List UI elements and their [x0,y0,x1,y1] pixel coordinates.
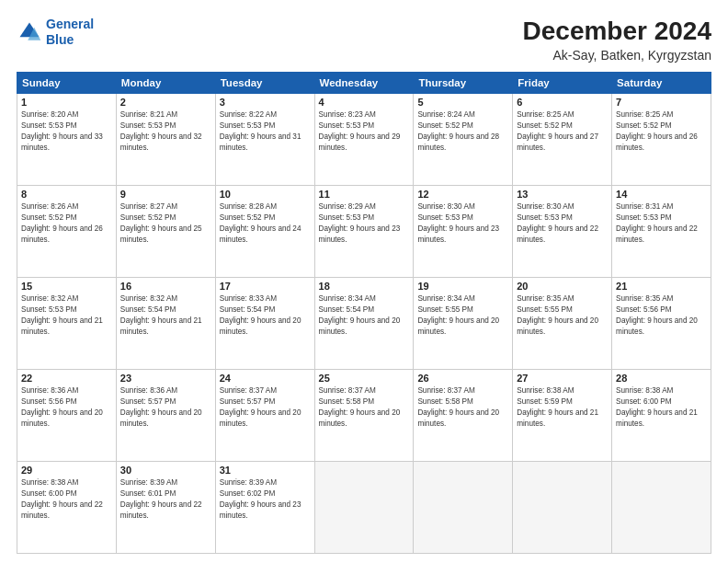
table-row: 20 Sunrise: 8:35 AM Sunset: 5:55 PM Dayl… [513,278,612,370]
day-number: 22 [21,373,112,384]
header-friday: Friday [513,73,612,94]
day-info: Sunrise: 8:35 AM Sunset: 5:55 PM Dayligh… [517,293,608,338]
table-row: 21 Sunrise: 8:35 AM Sunset: 5:56 PM Dayl… [612,278,711,370]
day-number: 16 [120,281,211,292]
table-row: 30 Sunrise: 8:39 AM Sunset: 6:01 PM Dayl… [116,462,215,554]
day-number: 23 [120,373,211,384]
table-row: 12 Sunrise: 8:30 AM Sunset: 5:53 PM Dayl… [414,186,513,278]
day-info: Sunrise: 8:38 AM Sunset: 5:59 PM Dayligh… [517,385,608,430]
day-info: Sunrise: 8:24 AM Sunset: 5:52 PM Dayligh… [417,109,508,154]
table-row: 19 Sunrise: 8:34 AM Sunset: 5:55 PM Dayl… [414,278,513,370]
day-number: 11 [319,189,410,200]
table-row: 22 Sunrise: 8:36 AM Sunset: 5:56 PM Dayl… [17,370,117,462]
header-monday: Monday [116,73,215,94]
day-info: Sunrise: 8:22 AM Sunset: 5:53 PM Dayligh… [220,109,311,154]
day-info: Sunrise: 8:34 AM Sunset: 5:54 PM Dayligh… [319,293,410,338]
table-row [314,462,414,554]
day-info: Sunrise: 8:26 AM Sunset: 5:52 PM Dayligh… [21,201,112,246]
logo-text: General Blue [46,17,94,48]
day-number: 6 [517,97,608,108]
header-tuesday: Tuesday [215,73,314,94]
table-row [612,462,711,554]
day-number: 20 [517,281,608,292]
day-info: Sunrise: 8:25 AM Sunset: 5:52 PM Dayligh… [517,109,608,154]
logo: General Blue [17,17,94,48]
day-info: Sunrise: 8:20 AM Sunset: 5:53 PM Dayligh… [21,109,112,154]
calendar-week-row: 22 Sunrise: 8:36 AM Sunset: 5:56 PM Dayl… [17,370,711,462]
calendar-table: Sunday Monday Tuesday Wednesday Thursday… [17,72,711,554]
day-number: 5 [417,97,508,108]
title-block: December 2024 Ak-Say, Batken, Kyrgyzstan [523,17,711,63]
day-number: 29 [21,465,112,476]
day-number: 28 [616,373,707,384]
header-sunday: Sunday [17,73,117,94]
day-number: 24 [220,373,311,384]
day-info: Sunrise: 8:39 AM Sunset: 6:01 PM Dayligh… [120,477,211,522]
day-number: 2 [120,97,211,108]
day-number: 21 [616,281,707,292]
day-number: 12 [417,189,508,200]
day-number: 14 [616,189,707,200]
table-row [414,462,513,554]
table-row: 6 Sunrise: 8:25 AM Sunset: 5:52 PM Dayli… [513,94,612,186]
day-info: Sunrise: 8:38 AM Sunset: 6:00 PM Dayligh… [616,385,707,430]
day-info: Sunrise: 8:33 AM Sunset: 5:54 PM Dayligh… [220,293,311,338]
calendar-week-row: 8 Sunrise: 8:26 AM Sunset: 5:52 PM Dayli… [17,186,711,278]
day-info: Sunrise: 8:36 AM Sunset: 5:56 PM Dayligh… [21,385,112,430]
day-number: 18 [319,281,410,292]
table-row: 29 Sunrise: 8:38 AM Sunset: 6:00 PM Dayl… [17,462,117,554]
month-title: December 2024 [523,17,711,46]
day-number: 26 [417,373,508,384]
table-row: 27 Sunrise: 8:38 AM Sunset: 5:59 PM Dayl… [513,370,612,462]
table-row: 23 Sunrise: 8:36 AM Sunset: 5:57 PM Dayl… [116,370,215,462]
table-row: 7 Sunrise: 8:25 AM Sunset: 5:52 PM Dayli… [612,94,711,186]
day-info: Sunrise: 8:29 AM Sunset: 5:53 PM Dayligh… [319,201,410,246]
location-title: Ak-Say, Batken, Kyrgyzstan [523,48,711,63]
header-thursday: Thursday [414,73,513,94]
calendar-week-row: 1 Sunrise: 8:20 AM Sunset: 5:53 PM Dayli… [17,94,711,186]
table-row: 9 Sunrise: 8:27 AM Sunset: 5:52 PM Dayli… [116,186,215,278]
table-row: 17 Sunrise: 8:33 AM Sunset: 5:54 PM Dayl… [215,278,314,370]
day-info: Sunrise: 8:30 AM Sunset: 5:53 PM Dayligh… [417,201,508,246]
day-info: Sunrise: 8:30 AM Sunset: 5:53 PM Dayligh… [517,201,608,246]
logo-icon [17,19,42,45]
day-number: 31 [220,465,311,476]
day-info: Sunrise: 8:27 AM Sunset: 5:52 PM Dayligh… [120,201,211,246]
day-info: Sunrise: 8:38 AM Sunset: 6:00 PM Dayligh… [21,477,112,522]
day-info: Sunrise: 8:35 AM Sunset: 5:56 PM Dayligh… [616,293,707,338]
table-row: 13 Sunrise: 8:30 AM Sunset: 5:53 PM Dayl… [513,186,612,278]
table-row: 14 Sunrise: 8:31 AM Sunset: 5:53 PM Dayl… [612,186,711,278]
day-info: Sunrise: 8:37 AM Sunset: 5:57 PM Dayligh… [220,385,311,430]
table-row: 1 Sunrise: 8:20 AM Sunset: 5:53 PM Dayli… [17,94,117,186]
weekday-header-row: Sunday Monday Tuesday Wednesday Thursday… [17,73,711,94]
day-number: 9 [120,189,211,200]
day-number: 13 [517,189,608,200]
header: General Blue December 2024 Ak-Say, Batke… [17,17,711,63]
table-row: 18 Sunrise: 8:34 AM Sunset: 5:54 PM Dayl… [314,278,414,370]
day-number: 8 [21,189,112,200]
table-row [513,462,612,554]
table-row: 2 Sunrise: 8:21 AM Sunset: 5:53 PM Dayli… [116,94,215,186]
table-row: 16 Sunrise: 8:32 AM Sunset: 5:54 PM Dayl… [116,278,215,370]
table-row: 26 Sunrise: 8:37 AM Sunset: 5:58 PM Dayl… [414,370,513,462]
table-row: 5 Sunrise: 8:24 AM Sunset: 5:52 PM Dayli… [414,94,513,186]
page: General Blue December 2024 Ak-Say, Batke… [0,0,728,563]
table-row: 11 Sunrise: 8:29 AM Sunset: 5:53 PM Dayl… [314,186,414,278]
day-number: 7 [616,97,707,108]
day-number: 27 [517,373,608,384]
day-info: Sunrise: 8:31 AM Sunset: 5:53 PM Dayligh… [616,201,707,246]
day-number: 3 [220,97,311,108]
table-row: 28 Sunrise: 8:38 AM Sunset: 6:00 PM Dayl… [612,370,711,462]
day-number: 17 [220,281,311,292]
table-row: 3 Sunrise: 8:22 AM Sunset: 5:53 PM Dayli… [215,94,314,186]
day-info: Sunrise: 8:28 AM Sunset: 5:52 PM Dayligh… [220,201,311,246]
day-info: Sunrise: 8:32 AM Sunset: 5:53 PM Dayligh… [21,293,112,338]
day-info: Sunrise: 8:39 AM Sunset: 6:02 PM Dayligh… [220,477,311,522]
day-info: Sunrise: 8:21 AM Sunset: 5:53 PM Dayligh… [120,109,211,154]
day-number: 30 [120,465,211,476]
table-row: 25 Sunrise: 8:37 AM Sunset: 5:58 PM Dayl… [314,370,414,462]
day-number: 1 [21,97,112,108]
day-info: Sunrise: 8:34 AM Sunset: 5:55 PM Dayligh… [417,293,508,338]
day-info: Sunrise: 8:37 AM Sunset: 5:58 PM Dayligh… [319,385,410,430]
day-number: 4 [319,97,410,108]
